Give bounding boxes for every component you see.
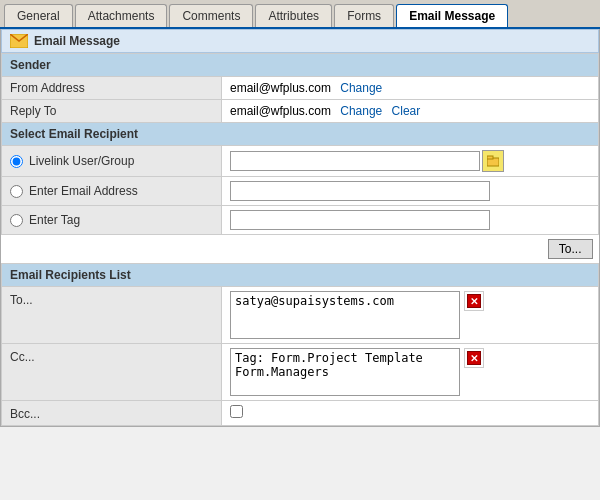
livelink-radio[interactable]: [10, 155, 23, 168]
livelink-input-wrapper: [230, 150, 590, 172]
reply-to-label: Reply To: [2, 100, 222, 123]
to-delete-button[interactable]: ✕: [464, 291, 484, 311]
to-recipient-cell: ✕: [222, 287, 599, 344]
cc-textarea[interactable]: [230, 348, 460, 396]
email-label: Enter Email Address: [29, 184, 138, 198]
to-delete-icon: ✕: [467, 294, 481, 308]
livelink-row: Livelink User/Group: [2, 146, 599, 177]
browse-button[interactable]: [482, 150, 504, 172]
bcc-recipient-cell: [222, 401, 599, 426]
tag-input[interactable]: [230, 210, 490, 230]
livelink-input[interactable]: [230, 151, 480, 171]
tag-radio-row: Enter Tag: [10, 213, 213, 227]
cc-recipient-label: Cc...: [2, 344, 222, 401]
reply-to-row: Reply To email@wfplus.com Change Clear: [2, 100, 599, 123]
select-recipient-header-row: Select Email Recipient: [2, 123, 599, 146]
tab-attachments[interactable]: Attachments: [75, 4, 168, 27]
reply-to-clear-link[interactable]: Clear: [392, 104, 421, 118]
livelink-input-cell: [222, 146, 599, 177]
svg-rect-2: [487, 156, 493, 159]
bcc-checkbox[interactable]: [230, 405, 243, 418]
email-address-row: Enter Email Address: [2, 177, 599, 206]
tab-comments[interactable]: Comments: [169, 4, 253, 27]
bcc-recipient-label: Bcc...: [2, 401, 222, 426]
folder-icon: [487, 155, 499, 167]
livelink-label: Livelink User/Group: [29, 154, 134, 168]
to-button-row: To...: [2, 235, 599, 264]
section-title-email: Email Message: [1, 29, 599, 53]
tag-row: Enter Tag: [2, 206, 599, 235]
tab-attributes[interactable]: Attributes: [255, 4, 332, 27]
reply-to-value: email@wfplus.com: [230, 104, 331, 118]
from-address-row: From Address email@wfplus.com Change: [2, 77, 599, 100]
from-address-change-link[interactable]: Change: [340, 81, 382, 95]
select-recipient-header-cell: Select Email Recipient: [2, 123, 599, 146]
reply-to-cell: email@wfplus.com Change Clear: [222, 100, 599, 123]
from-address-value: email@wfplus.com: [230, 81, 331, 95]
bcc-recipient-row: Bcc...: [2, 401, 599, 426]
to-textarea[interactable]: [230, 291, 460, 339]
envelope-icon: [10, 34, 28, 48]
to-button[interactable]: To...: [548, 239, 593, 259]
content-area: Email Message Sender From Address email@…: [0, 29, 600, 427]
email-address-label-cell: Enter Email Address: [2, 177, 222, 206]
sender-header-row: Sender: [2, 54, 599, 77]
cc-recipient-cell: ✕: [222, 344, 599, 401]
form-table: Sender From Address email@wfplus.com Cha…: [1, 53, 599, 426]
cc-recipient-row: Cc... ✕: [2, 344, 599, 401]
tag-label: Enter Tag: [29, 213, 80, 227]
section-title-text: Email Message: [34, 34, 120, 48]
cc-delete-icon: ✕: [467, 351, 481, 365]
sender-header-cell: Sender: [2, 54, 599, 77]
email-radio-row: Enter Email Address: [10, 184, 213, 198]
from-address-cell: email@wfplus.com Change: [222, 77, 599, 100]
tag-label-cell: Enter Tag: [2, 206, 222, 235]
livelink-radio-row: Livelink User/Group: [10, 154, 213, 168]
to-textarea-wrapper: ✕: [230, 291, 590, 339]
recipients-header-row: Email Recipients List: [2, 264, 599, 287]
livelink-label-cell: Livelink User/Group: [2, 146, 222, 177]
recipients-header-cell: Email Recipients List: [2, 264, 599, 287]
email-address-input[interactable]: [230, 181, 490, 201]
to-button-cell: To...: [2, 235, 599, 264]
tabs-bar: General Attachments Comments Attributes …: [0, 0, 600, 29]
cc-delete-button[interactable]: ✕: [464, 348, 484, 368]
to-recipient-row: To... ✕: [2, 287, 599, 344]
tag-input-cell: [222, 206, 599, 235]
tab-forms[interactable]: Forms: [334, 4, 394, 27]
tab-general[interactable]: General: [4, 4, 73, 27]
tag-radio[interactable]: [10, 214, 23, 227]
cc-textarea-wrapper: ✕: [230, 348, 590, 396]
from-address-label: From Address: [2, 77, 222, 100]
to-recipient-label: To...: [2, 287, 222, 344]
tab-email-message[interactable]: Email Message: [396, 4, 508, 27]
reply-to-change-link[interactable]: Change: [340, 104, 382, 118]
email-radio[interactable]: [10, 185, 23, 198]
email-address-input-cell: [222, 177, 599, 206]
